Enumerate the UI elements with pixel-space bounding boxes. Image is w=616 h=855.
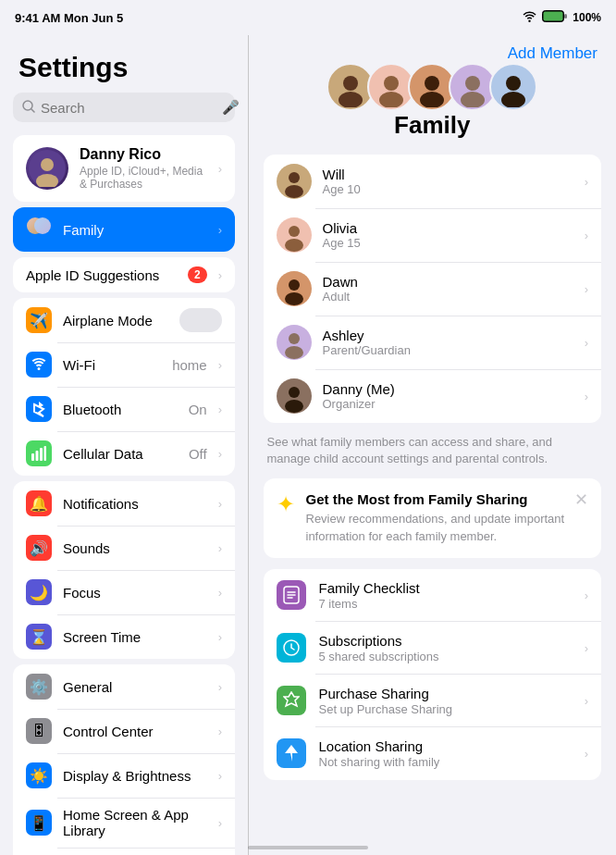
wifi-chevron: ›	[218, 358, 222, 372]
apple-suggestions-item[interactable]: Apple ID Suggestions 2 ›	[13, 257, 235, 292]
sidebar-item-airplane[interactable]: ✈️ Airplane Mode	[13, 298, 235, 342]
member-name-ashley: Ashley	[323, 328, 573, 343]
svg-point-32	[285, 185, 303, 198]
svg-rect-13	[44, 446, 47, 461]
feature-subscriptions[interactable]: Subscriptions 5 shared subscriptions ›	[264, 622, 602, 675]
search-icon	[22, 100, 35, 116]
feature-location-sharing[interactable]: Location Sharing Not sharing with family…	[264, 727, 602, 780]
family-note: See what family members can access and s…	[264, 434, 602, 467]
sidebar-item-screentime[interactable]: ⌛ Screen Time ›	[13, 614, 235, 659]
sidebar-item-general[interactable]: ⚙️ General ›	[13, 664, 235, 709]
screentime-label: Screen Time	[63, 629, 207, 645]
homescreen-chevron: ›	[218, 816, 222, 830]
sidebar-item-display[interactable]: ☀️ Display & Brightness ›	[13, 753, 235, 798]
user-profile[interactable]: Danny Rico Apple ID, iCloud+, Media & Pu…	[13, 135, 235, 202]
notifications-icon: 🔔	[26, 490, 52, 516]
member-info-danny: Danny (Me) Organizer	[323, 381, 573, 411]
sidebar-item-controlcenter[interactable]: 🎛 Control Center ›	[13, 709, 235, 753]
svg-point-43	[289, 387, 300, 398]
sidebar-item-cellular[interactable]: Cellular Data Off ›	[13, 431, 235, 476]
status-bar: 9:41 AM Mon Jun 5 100%	[0, 0, 616, 35]
airplane-label: Airplane Mode	[63, 313, 168, 328]
cellular-label: Cellular Data	[63, 446, 178, 462]
member-role-will: Age 10	[323, 182, 573, 196]
general-chevron: ›	[218, 680, 222, 694]
member-name-olivia: Olivia	[323, 220, 573, 236]
member-avatar-ashley	[277, 325, 312, 360]
member-avatar-olivia	[277, 217, 312, 253]
search-bar[interactable]: 🎤	[13, 93, 235, 122]
family-avatars	[249, 63, 617, 111]
right-panel: Add Member Fami	[249, 35, 617, 855]
bluetooth-label: Bluetooth	[63, 402, 178, 417]
member-row-dawn[interactable]: Dawn Adult ›	[264, 262, 602, 316]
panel-header: Add Member	[249, 35, 617, 63]
sidebar-item-sounds[interactable]: 🔊 Sounds ›	[13, 526, 235, 570]
sidebar-item-focus[interactable]: 🌙 Focus ›	[13, 570, 235, 614]
member-chevron-olivia: ›	[585, 229, 588, 242]
suggestions-chevron: ›	[218, 268, 222, 282]
controlcenter-label: Control Center	[63, 724, 207, 739]
wifi-value: home	[172, 357, 207, 373]
sidebar-title: Settings	[0, 44, 248, 93]
member-row-will[interactable]: Will Age 10 ›	[264, 155, 602, 208]
purchase-sharing-sub: Set up Purchase Sharing	[319, 702, 572, 716]
display-chevron: ›	[218, 769, 222, 783]
screentime-chevron: ›	[218, 630, 222, 644]
search-input[interactable]	[41, 100, 216, 116]
members-section: Will Age 10 › Olivia Age 15 ›	[264, 155, 602, 423]
subscriptions-chevron: ›	[585, 641, 588, 655]
family-chevron: ›	[218, 223, 222, 237]
sidebar-item-notifications[interactable]: 🔔 Notifications ›	[13, 481, 235, 526]
feature-checklist[interactable]: Family Checklist 7 items ›	[264, 569, 602, 622]
member-chevron-ashley: ›	[585, 336, 588, 350]
airplane-toggle[interactable]	[179, 308, 222, 332]
member-row-danny[interactable]: Danny (Me) Organizer ›	[264, 369, 602, 423]
member-info-olivia: Olivia Age 15	[323, 220, 573, 250]
member-name-dawn: Dawn	[323, 274, 573, 290]
svg-point-6	[41, 158, 54, 171]
member-role-danny: Organizer	[323, 397, 573, 411]
bluetooth-icon	[26, 396, 52, 422]
svg-point-19	[384, 76, 399, 91]
location-sharing-info: Location Sharing Not sharing with family	[319, 738, 572, 769]
apple-suggestions-label: Apple ID Suggestions	[26, 267, 177, 283]
general-label: General	[63, 679, 207, 695]
member-avatar-danny	[277, 378, 312, 414]
sidebar-item-multitasking[interactable]: 🪟 Multitasking & Gestures ›	[13, 848, 235, 855]
purchase-sharing-icon	[277, 686, 306, 715]
member-role-olivia: Age 15	[323, 236, 573, 250]
sidebar: Settings 🎤 Danny Rico Apple ID, iCloud+,…	[0, 35, 248, 855]
sidebar-item-bluetooth[interactable]: Bluetooth On ›	[13, 387, 235, 431]
subscriptions-sub: 5 shared subscriptions	[319, 650, 572, 663]
wifi-settings-icon	[26, 352, 52, 378]
sidebar-item-homescreen[interactable]: 📱 Home Screen & App Library ›	[13, 798, 235, 848]
member-row-ashley[interactable]: Ashley Parent/Guardian ›	[264, 316, 602, 369]
add-member-button[interactable]: Add Member	[508, 44, 598, 63]
feature-purchase-sharing[interactable]: Purchase Sharing Set up Purchase Sharing…	[264, 675, 602, 727]
connectivity-section: ✈️ Airplane Mode Wi-Fi home › Bluetooth …	[13, 298, 235, 476]
member-avatar-will	[277, 164, 312, 199]
bluetooth-chevron: ›	[218, 403, 222, 416]
sidebar-item-wifi[interactable]: Wi-Fi home ›	[13, 342, 235, 387]
user-info: Danny Rico Apple ID, iCloud+, Media & Pu…	[80, 146, 207, 191]
svg-point-44	[285, 400, 303, 413]
user-chevron: ›	[218, 162, 222, 176]
family-banner: ✦ Get the Most from Family Sharing Revie…	[264, 478, 602, 557]
svg-point-35	[285, 239, 303, 252]
banner-close-button[interactable]: ✕	[574, 489, 588, 510]
checklist-icon	[277, 580, 306, 610]
status-time: 9:41 AM Mon Jun 5	[15, 11, 123, 25]
member-row-olivia[interactable]: Olivia Age 15 ›	[264, 208, 602, 262]
notifications-chevron: ›	[218, 497, 222, 511]
sounds-label: Sounds	[63, 540, 207, 556]
location-sharing-chevron: ›	[585, 747, 588, 761]
svg-point-38	[285, 292, 303, 305]
sidebar-item-family[interactable]: Family ›	[13, 207, 235, 252]
airplane-icon: ✈️	[26, 307, 52, 333]
svg-point-22	[425, 76, 439, 91]
home-indicator	[248, 846, 368, 849]
svg-point-28	[506, 76, 521, 91]
member-chevron-dawn: ›	[585, 282, 588, 296]
family-icon	[26, 217, 52, 242]
